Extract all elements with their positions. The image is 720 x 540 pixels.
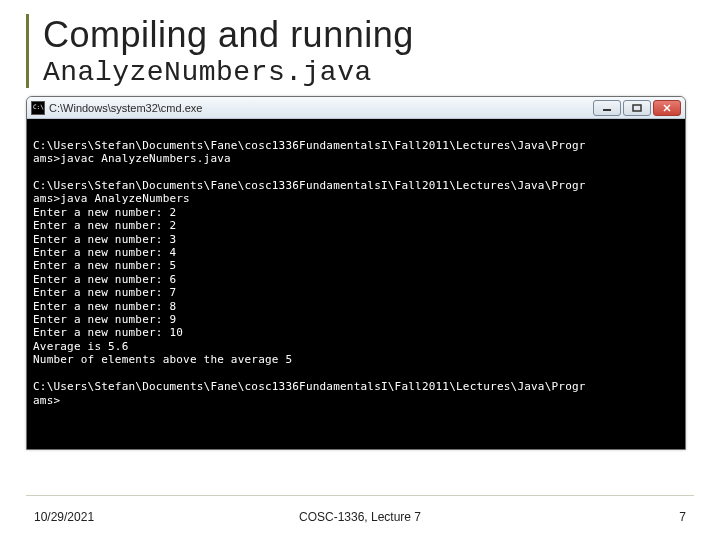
slide-footer: 10/29/2021 COSC-1336, Lecture 7 7: [34, 510, 686, 524]
title-block: Compiling and running AnalyzeNumbers.jav…: [26, 14, 694, 88]
console-line: ams>: [33, 394, 679, 407]
slide: Compiling and running AnalyzeNumbers.jav…: [0, 0, 720, 540]
console-line: Number of elements above the average 5: [33, 353, 679, 366]
close-button[interactable]: [653, 100, 681, 116]
console-line: C:\Users\Stefan\Documents\Fane\cosc1336F…: [33, 380, 679, 393]
window-title-text: C:\Windows\system32\cmd.exe: [49, 102, 593, 114]
console-line: Enter a new number: 6: [33, 273, 679, 286]
console-line: ams>javac AnalyzeNumbers.java: [33, 152, 679, 165]
svg-rect-1: [633, 105, 641, 111]
slide-subtitle: AnalyzeNumbers.java: [43, 57, 694, 88]
console-line: Enter a new number: 2: [33, 206, 679, 219]
footer-rule: [26, 495, 694, 496]
console-line: Enter a new number: 4: [33, 246, 679, 259]
minimize-icon: [602, 104, 612, 112]
console-line: Enter a new number: 5: [33, 259, 679, 272]
console-line: [33, 367, 679, 380]
console-line: ams>java AnalyzeNumbers: [33, 192, 679, 205]
close-icon: [662, 104, 672, 112]
console-line: Enter a new number: 9: [33, 313, 679, 326]
cmd-window: C:\Windows\system32\cmd.exe C:\Users\Ste…: [26, 96, 686, 450]
console-line: Enter a new number: 8: [33, 300, 679, 313]
console-line: Enter a new number: 3: [33, 233, 679, 246]
console-line: C:\Users\Stefan\Documents\Fane\cosc1336F…: [33, 139, 679, 152]
window-controls: [593, 100, 681, 116]
console-line: C:\Users\Stefan\Documents\Fane\cosc1336F…: [33, 179, 679, 192]
console-line: Enter a new number: 7: [33, 286, 679, 299]
slide-title: Compiling and running: [43, 14, 694, 55]
console-output[interactable]: C:\Users\Stefan\Documents\Fane\cosc1336F…: [27, 119, 685, 449]
console-line: [33, 125, 679, 138]
cmd-icon: [31, 101, 45, 115]
window-titlebar[interactable]: C:\Windows\system32\cmd.exe: [27, 97, 685, 119]
footer-course: COSC-1336, Lecture 7: [34, 510, 686, 524]
console-line: Average is 5.6: [33, 340, 679, 353]
console-line: Enter a new number: 2: [33, 219, 679, 232]
minimize-button[interactable]: [593, 100, 621, 116]
console-line: [33, 166, 679, 179]
console-line: Enter a new number: 10: [33, 326, 679, 339]
maximize-icon: [632, 104, 642, 112]
maximize-button[interactable]: [623, 100, 651, 116]
